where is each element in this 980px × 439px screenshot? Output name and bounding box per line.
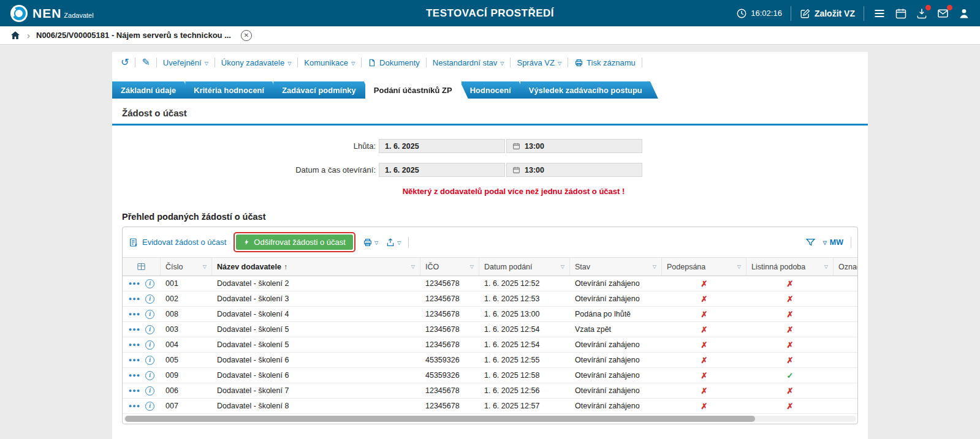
tab-kriteria-hodnoceni[interactable]: Kritéria hodnocení [185, 81, 280, 99]
toolbar-item-uverejneni[interactable]: Uveřejnění▽ [163, 58, 208, 67]
row-info-icon[interactable]: i [145, 325, 154, 334]
filter-icon[interactable]: ▽ [411, 264, 415, 269]
row-menu-button[interactable]: ●●● [129, 373, 140, 378]
messages-button[interactable] [936, 7, 949, 20]
tab-zakladni-udaje[interactable]: Základní údaje [112, 81, 192, 99]
horizontal-scrollbar[interactable] [124, 416, 856, 422]
toolbar-item-komunikace[interactable]: Komunikace▽ [304, 58, 355, 67]
home-icon[interactable] [10, 30, 21, 40]
cell-oznacen [834, 399, 858, 413]
otevirani-time-field[interactable]: 13:00 [506, 163, 642, 177]
row-menu-button[interactable]: ●●● [129, 296, 140, 302]
cell-stav: Otevírání zahájeno [570, 383, 662, 398]
register-request-button[interactable]: Evidovat žádost o účast [129, 238, 226, 247]
filter-icon[interactable]: ▽ [737, 264, 741, 269]
row-info-icon[interactable]: i [145, 371, 154, 380]
table-row[interactable]: ●●●i001Dodavatel - školení 2123456781. 6… [123, 276, 857, 291]
lhuta-date-field[interactable]: 1. 6. 2025 [379, 139, 505, 153]
row-info-icon[interactable]: i [145, 310, 154, 319]
column-header-datum-podani[interactable]: Datum podání▽ [479, 258, 570, 276]
table-row[interactable]: ●●●i006Dodavatel - školení 7123456781. 6… [123, 383, 857, 399]
table-row[interactable]: ●●●i008Dodavatel - školení 4123456781. 6… [123, 307, 857, 322]
filter-button[interactable] [805, 237, 816, 247]
filter-icon[interactable]: ▽ [561, 264, 564, 269]
brand-name: NEN [32, 7, 61, 20]
cell-oznacen [834, 291, 858, 306]
filter-icon[interactable]: ▽ [824, 264, 828, 269]
notification-badge [947, 5, 952, 10]
listinna-no-icon: ✗ [746, 337, 834, 352]
row-info-icon[interactable]: i [145, 402, 154, 411]
tab-hodnoceni[interactable]: Hodnocení [462, 81, 527, 99]
toolbar-divider [408, 237, 409, 248]
row-menu-button[interactable]: ●●● [129, 312, 140, 317]
profile-button[interactable] [958, 7, 970, 20]
session-time: 16:02:16 [751, 9, 782, 18]
row-info-icon[interactable]: i [145, 279, 154, 288]
table-row[interactable]: ●●●i007Dodavatel - školení 8123456781. 6… [123, 399, 857, 414]
podepsana-no-icon: ✗ [662, 353, 746, 367]
filter-icon[interactable]: ▽ [203, 264, 207, 269]
row-menu-button[interactable]: ●●● [129, 358, 140, 363]
row-info-icon[interactable]: i [145, 356, 154, 365]
column-header-nazev-dodavatele[interactable]: Název dodavatele↑▽ [212, 258, 420, 276]
row-menu-button[interactable]: ●●● [129, 281, 140, 287]
table-row[interactable]: ●●●i004Dodavatel - školení 5123456781. 6… [123, 337, 857, 353]
table-row[interactable]: ●●●i005Dodavatel - školení 6453593261. 6… [123, 353, 857, 368]
scrollbar-thumb[interactable] [125, 416, 755, 422]
podepsana-no-icon: ✗ [662, 307, 746, 321]
register-form-icon [129, 238, 139, 247]
toolbar-divider [510, 58, 511, 67]
row-info-icon[interactable]: i [145, 295, 154, 304]
cell-cislo: 003 [161, 322, 212, 337]
lhuta-time-field[interactable]: 13:00 [506, 139, 642, 153]
export-grid-button[interactable]: ▽ [386, 238, 401, 247]
cell-nazev-dodavatele: Dodavatel - školení 6 [212, 368, 420, 383]
calendar-small-icon [512, 142, 520, 150]
column-settings-header[interactable] [123, 258, 161, 276]
otevirani-date-field[interactable]: 1. 6. 2025 [379, 163, 505, 177]
column-header-ico[interactable]: IČO▽ [420, 258, 479, 276]
tab-zadavaci-podminky[interactable]: Zadávací podmínky [273, 81, 372, 99]
row-menu-button[interactable]: ●●● [129, 403, 140, 409]
toolbar-item-ukony-zadavatele[interactable]: Úkony zadavatele▽ [221, 58, 292, 67]
row-menu-button[interactable]: ●●● [129, 327, 140, 332]
brand[interactable]: NEN Zadavatel [10, 4, 94, 23]
toolbar-item-tisk-zaznamu[interactable]: Tisk záznamu [574, 58, 636, 67]
column-header-oznacen[interactable]: Označ [834, 258, 858, 276]
breadcrumb-item[interactable]: N006/25/V00005181 - Nájem serverů s tech… [36, 31, 231, 40]
table-row[interactable]: ●●●i003Dodavatel - školení 5123456781. 6… [123, 322, 857, 337]
menu-button[interactable] [873, 7, 886, 20]
chevron-down-icon: ▽ [558, 59, 561, 66]
row-info-icon[interactable]: i [145, 386, 154, 396]
grid-body: ●●●i001Dodavatel - školení 2123456781. 6… [123, 276, 857, 414]
tab-vysledek-zadavaciho-postupu[interactable]: Výsledek zadávacího postupu [520, 81, 658, 99]
row-menu-button[interactable]: ●●● [129, 388, 140, 394]
cell-nazev-dodavatele: Dodavatel - školení 4 [212, 307, 420, 321]
downloads-button[interactable] [916, 7, 928, 20]
table-row[interactable]: ●●●i002Dodavatel - školení 3123456781. 6… [123, 291, 857, 307]
toolbar-item-nestandardni-stav[interactable]: Nestandardní stav▽ [433, 58, 504, 67]
row-menu-button[interactable]: ●●● [129, 342, 140, 348]
calendar-button[interactable] [895, 7, 907, 20]
filter-icon[interactable]: ▽ [470, 264, 474, 269]
view-selector[interactable]: ▽ MW [823, 238, 843, 247]
history-icon[interactable]: ↺ [121, 58, 129, 67]
toolbar-item-sprava-vz[interactable]: Správa VZ▽ [517, 58, 561, 67]
filter-icon[interactable]: ▽ [653, 264, 656, 269]
column-header-cislo[interactable]: Číslo▽ [161, 258, 212, 276]
decrypt-requests-button[interactable]: Odšifrovat žádosti o účast [236, 235, 353, 250]
listinna-yes-icon: ✓ [746, 368, 834, 383]
column-header-stav[interactable]: Stav▽ [570, 258, 662, 276]
close-record-icon[interactable]: ✕ [241, 30, 252, 41]
table-row[interactable]: ●●●i009Dodavatel - školení 6453593261. 6… [123, 368, 857, 383]
create-vz-button[interactable]: Založit VZ [800, 8, 855, 19]
edit-record-icon[interactable]: ✎ [142, 58, 150, 67]
column-header-podepsana[interactable]: Podepsána▽ [662, 258, 746, 276]
toolbar-item-dokumenty[interactable]: Dokumenty [368, 58, 420, 67]
toolbar-divider [297, 58, 298, 67]
tab-podani-ucastniku-zp[interactable]: Podání účastníků ZP [365, 81, 468, 99]
column-header-listinna-podoba[interactable]: Listinná podoba▽ [746, 258, 834, 276]
row-info-icon[interactable]: i [145, 340, 154, 350]
print-grid-button[interactable]: ▽ [363, 238, 378, 247]
